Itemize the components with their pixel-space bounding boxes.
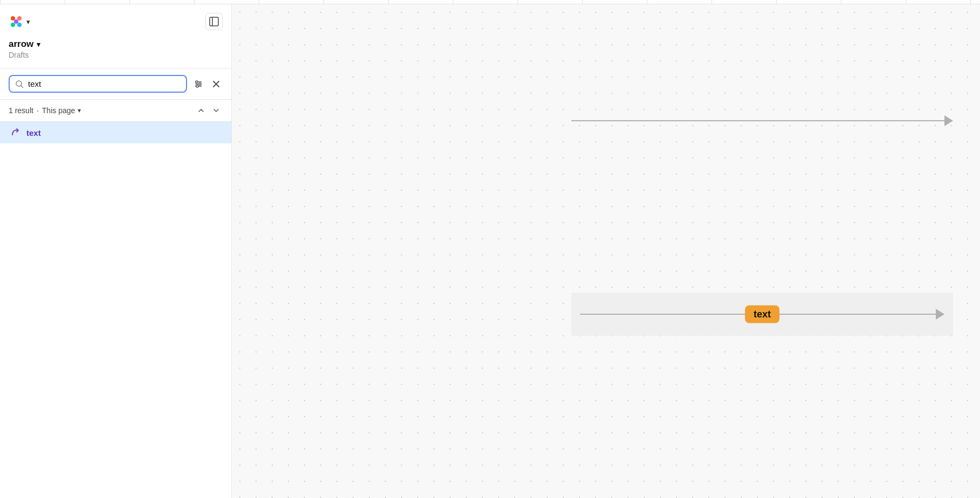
svg-rect-2 <box>11 23 15 27</box>
project-section: arrow ▾ Drafts <box>0 37 231 68</box>
svg-point-13 <box>199 83 201 85</box>
arrow-bottom-container[interactable]: text <box>571 293 953 336</box>
filter-button[interactable] <box>191 77 205 91</box>
results-count-label: 1 result <box>9 106 33 115</box>
results-page-chevron-icon: ▾ <box>78 107 81 114</box>
clear-search-button[interactable] <box>210 78 223 91</box>
app-logo-icon <box>9 14 24 29</box>
results-header: 1 result · This page ▾ <box>0 100 231 122</box>
svg-point-14 <box>196 85 198 87</box>
svg-line-8 <box>21 86 23 88</box>
arrow-top <box>571 120 953 121</box>
arrow-top-head <box>944 115 953 126</box>
logo-button[interactable]: ▾ <box>9 14 30 29</box>
search-input-wrapper <box>9 75 187 93</box>
results-info: 1 result · This page ▾ <box>9 106 81 115</box>
arrow-label-badge: text <box>745 306 779 323</box>
project-name-label: arrow <box>9 39 33 50</box>
sidebar-panel: ▾ arrow ▾ Drafts <box>0 4 232 498</box>
result-item[interactable]: text <box>0 122 231 143</box>
nav-down-button[interactable] <box>210 105 223 116</box>
top-ruler <box>0 0 980 4</box>
results-separator: · <box>37 106 39 115</box>
ruler-ticks <box>0 0 980 4</box>
search-input[interactable] <box>28 79 181 88</box>
main-area: ▾ arrow ▾ Drafts <box>0 4 980 498</box>
project-name-button[interactable]: arrow ▾ <box>9 39 223 50</box>
results-page-label: This page <box>42 106 75 115</box>
search-section <box>0 68 231 100</box>
arrow-top-line <box>571 120 944 121</box>
svg-rect-0 <box>11 16 15 20</box>
chevron-up-icon <box>197 106 205 115</box>
close-icon <box>212 80 220 88</box>
search-icon <box>15 80 24 88</box>
canvas-area[interactable]: text <box>232 4 980 498</box>
svg-point-12 <box>196 81 198 83</box>
results-nav <box>195 105 223 116</box>
panel-layout-icon <box>209 17 219 26</box>
results-page-dropdown[interactable]: This page ▾ <box>42 106 81 115</box>
result-item-label: text <box>26 128 41 137</box>
project-name-chevron-icon: ▾ <box>37 40 40 49</box>
sidebar-toggle-button[interactable] <box>205 13 223 30</box>
chevron-down-icon <box>212 106 220 115</box>
results-list: text <box>0 122 231 498</box>
flow-icon <box>10 127 21 138</box>
project-subtitle: Drafts <box>9 51 223 59</box>
sidebar-header: ▾ <box>0 4 231 37</box>
svg-rect-1 <box>17 16 22 20</box>
svg-rect-4 <box>14 19 18 24</box>
nav-up-button[interactable] <box>195 105 208 116</box>
filter-icon <box>194 79 203 89</box>
svg-rect-5 <box>210 17 218 26</box>
logo-chevron-icon: ▾ <box>26 18 30 26</box>
arrow-bottom-head <box>936 309 944 320</box>
svg-rect-3 <box>17 23 22 27</box>
